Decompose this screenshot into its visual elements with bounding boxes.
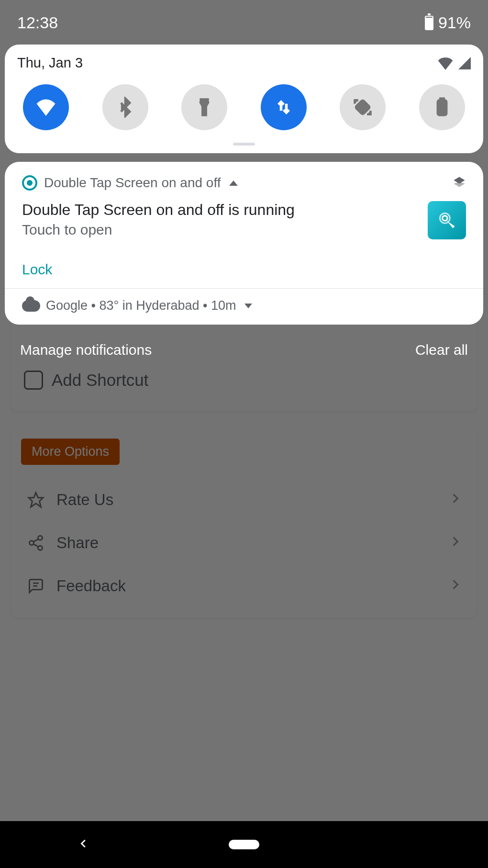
wifi-icon <box>437 56 454 70</box>
layers-icon <box>453 175 466 191</box>
battery-saver-icon <box>432 97 453 118</box>
share-label: Share <box>56 534 99 552</box>
svg-point-3 <box>38 546 43 550</box>
notification-card[interactable]: Double Tap Screen on and off Double Tap … <box>5 162 483 325</box>
data-arrows-icon <box>273 97 294 118</box>
svg-line-4 <box>33 539 39 542</box>
qs-data-tile[interactable] <box>261 84 307 130</box>
chevron-right-icon <box>449 492 461 508</box>
svg-point-18 <box>443 216 447 221</box>
share-row[interactable]: Share <box>21 521 467 564</box>
notification-app-name: Double Tap Screen on and off <box>44 175 221 191</box>
svg-marker-0 <box>29 493 43 507</box>
status-time: 12:38 <box>17 13 58 32</box>
qs-bluetooth-tile[interactable] <box>102 84 148 130</box>
weather-notification[interactable]: Google • 83° in Hyderabad • 10m <box>5 289 483 325</box>
star-icon <box>27 491 45 508</box>
chevron-down-icon[interactable] <box>244 304 252 308</box>
rate-us-row[interactable]: Rate Us <box>21 478 467 521</box>
cellular-icon <box>458 57 471 69</box>
notification-thumbnail <box>428 201 466 239</box>
svg-point-2 <box>30 541 34 545</box>
navigation-bar <box>0 821 488 868</box>
auto-rotate-icon <box>352 97 373 118</box>
chevron-up-icon[interactable] <box>229 180 238 186</box>
home-pill[interactable] <box>229 840 259 849</box>
qs-status-icons <box>437 56 471 70</box>
flashlight-icon <box>194 97 215 118</box>
more-options-badge: More Options <box>21 439 120 465</box>
back-button[interactable] <box>78 837 89 852</box>
qs-flashlight-tile[interactable] <box>181 84 227 130</box>
status-bar: 12:38 91% <box>0 0 488 40</box>
chevron-right-icon <box>449 535 461 551</box>
quick-settings-panel[interactable]: Thu, Jan 3 <box>5 45 483 153</box>
notification-subtitle: Touch to open <box>22 222 295 238</box>
svg-marker-16 <box>454 182 465 187</box>
feedback-row[interactable]: Feedback <box>21 564 467 608</box>
feedback-label: Feedback <box>56 577 126 595</box>
battery-icon <box>425 16 433 30</box>
notification-footer: Manage notifications Clear all <box>0 325 488 375</box>
bluetooth-icon <box>115 97 136 118</box>
share-icon <box>27 534 45 552</box>
chevron-right-icon <box>449 578 461 594</box>
notification-title: Double Tap Screen on and off is running <box>22 201 295 219</box>
cloud-icon <box>22 300 40 312</box>
manage-notifications-button[interactable]: Manage notifications <box>20 342 152 358</box>
svg-line-5 <box>33 544 39 547</box>
rate-us-label: Rate Us <box>56 491 113 509</box>
feedback-icon <box>27 577 45 595</box>
notification-lock-action[interactable]: Lock <box>22 261 466 278</box>
svg-point-1 <box>38 536 43 540</box>
weather-text: Google • 83° in Hyderabad • 10m <box>46 298 236 313</box>
qs-drag-handle[interactable] <box>233 143 255 146</box>
clear-all-button[interactable]: Clear all <box>415 342 468 358</box>
qs-rotate-tile[interactable] <box>340 84 386 130</box>
qs-date: Thu, Jan 3 <box>17 55 83 71</box>
app-icon <box>22 175 37 191</box>
battery-percent: 91% <box>438 13 471 32</box>
qs-battery-saver-tile[interactable] <box>419 84 465 130</box>
svg-point-9 <box>203 109 205 111</box>
svg-rect-12 <box>440 99 444 101</box>
qs-wifi-tile[interactable] <box>23 84 69 130</box>
svg-rect-10 <box>355 100 370 114</box>
wifi-icon <box>35 97 56 118</box>
